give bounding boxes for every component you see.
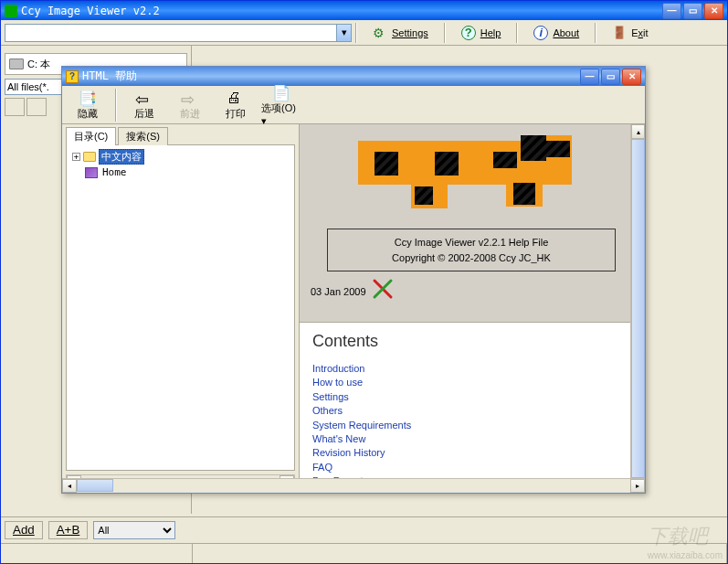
- separator: [444, 23, 446, 43]
- tab-contents[interactable]: 目录(C): [66, 127, 116, 145]
- doc-title-line1: Ccy Image Viewer v2.2.1 Help File: [332, 235, 611, 250]
- help-nav-panel: 目录(C) 搜索(S) + 中文内容 Home ◂ ▸: [62, 124, 300, 493]
- contents-panel: Contents IntroductionHow to useSettingsO…: [300, 322, 634, 493]
- expand-icon[interactable]: +: [72, 153, 80, 161]
- x-mark-icon: [372, 278, 394, 304]
- footer-toolbar: Add A+B All: [1, 516, 727, 542]
- about-label: About: [553, 27, 579, 38]
- svg-rect-13: [513, 183, 535, 205]
- all-select[interactable]: All: [93, 521, 175, 539]
- contents-link[interactable]: What's New: [312, 432, 621, 446]
- tab-row: 目录(C) 搜索(S): [62, 124, 299, 144]
- folder-icon: [83, 152, 96, 162]
- drive-label: C: 本: [27, 58, 50, 71]
- svg-rect-9: [546, 141, 570, 157]
- main-toolbar: ▾ Settings Help About Exit: [1, 20, 727, 46]
- chevron-down-icon[interactable]: ▾: [336, 25, 351, 41]
- help-close-button[interactable]: ✕: [622, 69, 641, 85]
- minimize-button[interactable]: —: [662, 3, 681, 19]
- add-button[interactable]: Add: [5, 521, 43, 539]
- contents-link[interactable]: FAQ: [312, 461, 621, 474]
- close-button[interactable]: ✕: [704, 3, 723, 19]
- help-hscrollbar[interactable]: ◂ ▸: [62, 478, 645, 493]
- exit-button[interactable]: Exit: [600, 23, 659, 43]
- help-label: Help: [480, 27, 501, 38]
- scroll-up-icon[interactable]: ▴: [631, 124, 645, 139]
- forward-button[interactable]: 前进: [170, 88, 210, 122]
- help-button[interactable]: Help: [449, 23, 513, 43]
- back-button[interactable]: 后退: [124, 88, 164, 122]
- arrow-left-icon: [135, 90, 153, 106]
- help-icon: [461, 26, 476, 40]
- scroll-right-icon[interactable]: ▸: [630, 479, 645, 493]
- contents-link[interactable]: How to use: [312, 376, 621, 389]
- help-app-icon: ?: [66, 70, 79, 83]
- exit-label: x: [638, 27, 643, 38]
- mini-button-2[interactable]: [26, 98, 47, 116]
- print-button[interactable]: 打印: [216, 88, 256, 122]
- printer-icon: [227, 90, 245, 106]
- about-button[interactable]: About: [522, 23, 591, 43]
- options-button[interactable]: 选项(O) ▾: [261, 88, 301, 122]
- separator: [516, 23, 518, 43]
- separator: [355, 23, 357, 43]
- contents-link[interactable]: Introduction: [312, 362, 621, 376]
- settings-label: Settings: [392, 27, 428, 38]
- scroll-left-icon[interactable]: ◂: [62, 479, 77, 493]
- contents-link[interactable]: Settings: [312, 390, 621, 404]
- tab-search[interactable]: 搜索(S): [118, 127, 168, 145]
- tree-label: Home: [100, 166, 129, 178]
- tree-label: 中文内容: [99, 149, 144, 165]
- scrollbar-thumb[interactable]: [77, 479, 113, 492]
- svg-rect-7: [521, 135, 546, 161]
- separator: [595, 23, 596, 43]
- help-toolbar: 隐藏 后退 前进 打印 选项(O) ▾: [62, 86, 645, 124]
- mini-button-1[interactable]: [5, 98, 25, 116]
- help-window-title: HTML 帮助: [82, 69, 580, 84]
- contents-link[interactable]: System Requirements: [312, 419, 621, 432]
- svg-rect-3: [375, 152, 398, 176]
- drive-icon: [9, 59, 24, 69]
- app-icon: [5, 5, 17, 17]
- help-maximize-button[interactable]: ▭: [601, 69, 620, 85]
- arrow-right-icon: [181, 90, 199, 106]
- status-bar: [1, 543, 727, 563]
- help-window: ? HTML 帮助 — ▭ ✕ 隐藏 后退 前进 打印 选项(O) ▾: [61, 66, 646, 494]
- tree-panel[interactable]: + 中文内容 Home: [66, 144, 295, 471]
- help-body: 目录(C) 搜索(S) + 中文内容 Home ◂ ▸: [62, 124, 645, 493]
- maximize-button[interactable]: ▭: [683, 3, 702, 19]
- help-titlebar[interactable]: ? HTML 帮助 — ▭ ✕: [62, 67, 645, 86]
- a-plus-b-button[interactable]: A+B: [48, 521, 89, 539]
- help-minimize-button[interactable]: —: [580, 69, 599, 85]
- main-titlebar[interactable]: Ccy Image Viewer v2.2 — ▭ ✕: [1, 1, 727, 20]
- contents-heading: Contents: [312, 332, 621, 351]
- info-icon: [533, 26, 548, 40]
- tree-item-home[interactable]: Home: [70, 165, 290, 180]
- vertical-scrollbar[interactable]: ▴ ▾: [630, 124, 645, 493]
- book-icon: [85, 167, 98, 178]
- doc-title-box: Ccy Image Viewer v2.2.1 Help File Copyri…: [327, 229, 616, 271]
- window-title: Ccy Image Viewer v2.2: [21, 5, 662, 17]
- date-text: 03 Jan 2009: [311, 286, 366, 297]
- contents-link[interactable]: Revision History: [312, 446, 621, 460]
- ccy-logo: [358, 135, 575, 210]
- date-row: 03 Jan 2009: [311, 278, 394, 304]
- door-icon: [612, 26, 627, 40]
- tree-item-chinese[interactable]: + 中文内容: [70, 149, 290, 165]
- svg-rect-6: [493, 152, 517, 168]
- contents-link[interactable]: Others: [312, 404, 621, 418]
- separator: [115, 89, 117, 122]
- hide-button[interactable]: 隐藏: [68, 88, 108, 122]
- doc-title-line2: Copyright © 2002-2008 Ccy JC_HK: [332, 250, 611, 266]
- options-icon: [272, 84, 290, 101]
- svg-rect-4: [435, 152, 459, 176]
- settings-button[interactable]: Settings: [361, 23, 440, 43]
- scrollbar-thumb[interactable]: [631, 139, 645, 478]
- path-combo[interactable]: ▾: [5, 24, 352, 42]
- svg-rect-11: [415, 186, 433, 205]
- hide-panel-icon: [79, 90, 97, 106]
- content-panel: Ccy Image Viewer v2.2.1 Help File Copyri…: [300, 124, 645, 493]
- gear-icon: [373, 26, 387, 40]
